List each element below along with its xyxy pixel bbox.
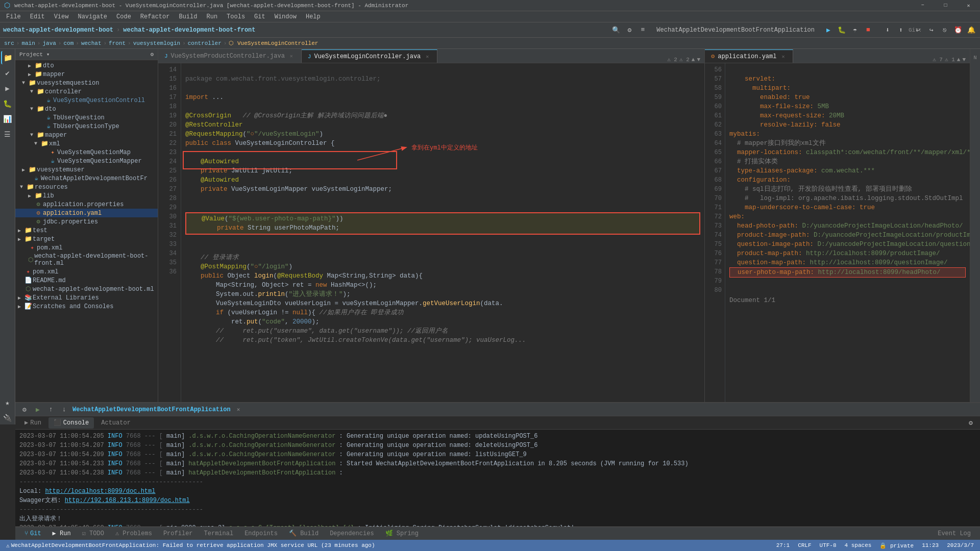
git-update-btn[interactable]: ⬇ [882,24,893,36]
yaml-scroll-down[interactable]: ▼ [962,57,966,63]
status-position[interactable]: 27:1 [774,542,792,548]
debug-view-btn[interactable]: 🐛 [1,97,14,110]
tree-wechatboot[interactable]: ☕ WechatAppletDevelopmentBootFr [15,174,158,183]
scroll-down-btn[interactable]: ▼ [697,57,700,63]
coverage-button[interactable]: ☂ [849,24,861,36]
bc-com[interactable]: com [63,40,74,46]
tree-boot-ml[interactable]: ⬡ wechat-applet-development-boot.ml [15,285,158,293]
tab-close-login[interactable]: ✕ [424,53,431,60]
project1-label[interactable]: wechat-applet-development-boot [3,27,113,34]
tree-readme[interactable]: 📄 README.md [15,276,158,285]
bottom-profiler-btn[interactable]: Profiler [158,528,198,539]
menu-help[interactable]: Help [302,12,325,21]
tree-vuequestionmap[interactable]: ✦ VueSystemQuestionMap [15,148,158,157]
project-view-btn[interactable]: 📁 [1,51,14,64]
status-encoding[interactable]: UTF-8 [818,542,839,548]
run-button[interactable]: ▶ [823,24,834,36]
run-view-btn[interactable]: ▶ [1,82,14,95]
yaml-tab-close[interactable]: ✕ [779,53,787,60]
yaml-content[interactable]: servlet: multipart: enabled: true max-fi… [725,63,970,424]
bc-vuesystemlogin[interactable]: vuesystemlogin [133,40,180,46]
notifications-btn[interactable]: N [969,51,981,64]
tree-dto1[interactable]: ▶ 📁 dto [15,61,158,70]
swagger-link[interactable]: http://192.168.213.1:8099/doc.html [65,497,190,504]
tree-resources[interactable]: ▼ 📁 resources [15,183,158,191]
bottom-git-btn[interactable]: ⑂ Git [19,528,46,539]
run-panel-down-btn[interactable]: ↓ [59,405,69,415]
menu-refactor[interactable]: Refactor [136,12,174,21]
tree-application-yaml[interactable]: ⚙ application.yaml [15,209,158,217]
bc-main[interactable]: main [21,40,35,46]
profiler-view-btn[interactable]: 📊 [1,112,14,126]
local-link[interactable]: http://localhost:8099/doc.html [45,488,155,495]
tab-run[interactable]: ▶ Run [19,417,46,429]
tree-mapper1[interactable]: ▶ 📁 mapper [15,70,158,79]
bottom-event-log-btn[interactable]: Event Log [933,528,976,539]
bottom-build-btn[interactable]: 🔨 Build [284,528,324,539]
settings-btn[interactable]: ⚙ [624,24,635,36]
bottom-run-btn[interactable]: ▶ Run [47,528,76,539]
tree-scratches[interactable]: ▶ 📝 Scratches and Consoles [15,302,158,311]
tree-target[interactable]: ▶ 📁 target [15,235,158,243]
menu-build[interactable]: Build [175,12,201,21]
git-push-btn[interactable]: ⬆ [895,24,906,36]
tab-login-controller[interactable]: J VueSystemLoginController.java ✕ [302,49,437,63]
code-content[interactable]: package com.wechat.front.vuesystemlogin.… [181,63,704,424]
search-everywhere-btn[interactable]: 🔍 [610,24,622,36]
project2-label[interactable]: wechat-applet-development-boot-front [123,27,255,34]
bottom-dependencies-btn[interactable]: Dependencies [325,528,379,539]
undo-btn[interactable]: ↩ [913,24,924,36]
menu-git[interactable]: Git [250,12,270,21]
tree-controller1[interactable]: ▼ 📁 controller [15,87,158,96]
menu-edit[interactable]: Edit [26,12,49,21]
bc-front[interactable]: front [109,40,126,46]
tab-close-product[interactable]: ✕ [288,53,295,60]
stop-button[interactable]: ■ [863,24,874,36]
bc-src[interactable]: src [4,40,14,46]
replace-btn[interactable]: ⏰ [952,24,964,36]
bottom-terminal-btn[interactable]: Terminal [199,528,239,539]
tree-application-properties[interactable]: ⚙ application.properties [15,200,158,209]
tab-product-controller[interactable]: J VueSystemProductController.java ✕ [158,49,302,63]
debug-button[interactable]: 🐛 [836,24,847,36]
tree-mapper2[interactable]: ▼ 📁 mapper [15,131,158,139]
tree-tbuserquestion[interactable]: ☕ TbUserQuestion [15,113,158,122]
menu-code[interactable]: Code [112,12,135,21]
tab-console[interactable]: ⬛ Console [48,417,94,429]
plugin-btn[interactable]: 🔌 [1,411,14,424]
bottom-spring-btn[interactable]: 🌿 Spring [380,528,424,539]
tree-xml[interactable]: ▼ 📁 xml [15,139,158,148]
run-panel-play-btn[interactable]: ▶ [33,405,43,415]
menu-tools[interactable]: Tools [223,12,249,21]
favorites-btn[interactable]: ★ [1,396,14,409]
commit-btn[interactable]: ✔ [1,66,14,80]
project-gear-icon[interactable]: ⚙ [150,51,154,58]
menu-view[interactable]: View [50,12,73,21]
status-warning[interactable]: ⚠ WechatAppletDevelopmentBootFrontApplic… [4,542,377,549]
menu-navigate[interactable]: Navigate [74,12,111,21]
menu-run[interactable]: Run [202,12,222,21]
tree-dto2[interactable]: ▼ 📁 dto [15,105,158,113]
run-panel-settings-btn[interactable]: ⚙ [19,405,30,415]
tab-application-yaml[interactable]: ⚙ application.yaml ✕ [705,49,793,63]
tree-external-libs[interactable]: ▶ 📚 External Libraries [15,293,158,302]
bc-wechat[interactable]: wechat [81,40,102,46]
tree-vuesystemquestion[interactable]: ▼ 📁 vuesystemquestion [15,79,158,87]
bc-controller[interactable]: controller [188,40,222,46]
run-panel-close-icon[interactable]: ✕ [237,406,240,413]
tab-actuator[interactable]: Actuator [96,417,136,429]
tree-tbuserquestiontype[interactable]: ☕ TbUserQuestionType [15,122,158,131]
structure-view-btn[interactable]: ☰ [1,128,14,141]
scroll-up-btn[interactable]: ▲ [692,57,695,63]
menu-file[interactable]: File [2,12,25,21]
redo-btn[interactable]: ↪ [926,24,937,36]
bc-controller-class[interactable]: ⬡ VueSystemLoginController [229,40,318,46]
menu-window[interactable]: Window [271,12,301,21]
tree-vuesystemuser[interactable]: ▶ 📁 vuesystemuser [15,165,158,174]
tree-lib[interactable]: ▶ 📁 lib [15,191,158,200]
run-settings-gear[interactable]: ⚙ [966,418,976,428]
status-crlf[interactable]: CRLF [796,542,813,548]
status-spaces[interactable]: 4 spaces [843,542,874,548]
bc-java[interactable]: java [42,40,56,46]
bottom-endpoints-btn[interactable]: Endpoints [239,528,283,539]
